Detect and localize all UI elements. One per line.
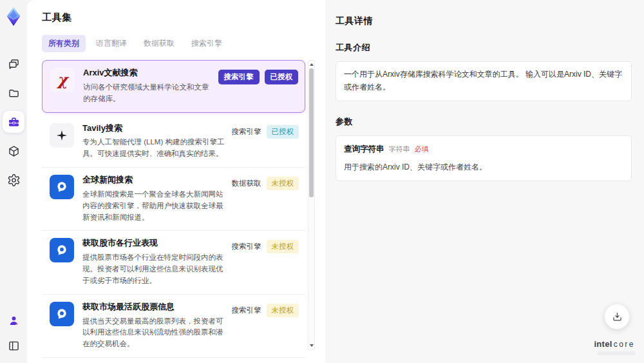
tool-auth-badge: 未授权 — [267, 240, 299, 253]
tool-category-tag: 搜索引擎 — [232, 242, 261, 251]
chat-icon — [7, 57, 21, 71]
tool-desc: 提供当天交易量最高的股票列表，投资者可以利用这些信息来识别流动性强的股票和潜在的… — [82, 316, 228, 350]
tool-category-tag: 数据获取 — [232, 179, 261, 188]
tool-auth-badge: 已授权 — [265, 70, 299, 84]
tavily-icon — [50, 123, 74, 148]
sidebar-item-toolbox[interactable] — [3, 111, 24, 133]
app-window: 工具集 所有类别语言翻译数据获取搜索引擎 χ Arxiv文献搜索 访问各个研究领… — [0, 0, 644, 363]
scroll-up-arrow[interactable] — [308, 61, 314, 68]
intro-heading: 工具介绍 — [336, 42, 632, 54]
tool-desc: 全球新闻搜索是一个聚合全球各大新闻网站内容的搜索引擎，帮助用户快速获取全球最新资… — [82, 189, 228, 223]
sidebar-item-panel-toggle[interactable] — [3, 335, 24, 357]
tool-auth-badge: 未授权 — [267, 304, 299, 317]
intro-box: 一个用于从Arxiv存储库搜索科学论文和文章的工具。 输入可以是Arxiv ID… — [336, 61, 632, 101]
scrollbar-thumb[interactable] — [309, 68, 314, 197]
tool-title: Arxiv文献搜索 — [83, 68, 214, 79]
sidebar-nav — [0, 53, 27, 191]
cube-icon — [7, 144, 21, 158]
tools-panel: 工具集 所有类别语言翻译数据获取搜索引擎 χ Arxiv文献搜索 访问各个研究领… — [27, 0, 325, 363]
param-desc: 用于搜索的Arxiv ID、关键字或作者姓名。 — [344, 161, 623, 174]
category-tabs: 所有类别语言翻译数据获取搜索引擎 — [42, 35, 325, 52]
sidebar — [0, 0, 27, 363]
tool-list-item[interactable]: 全球新闻搜索 全球新闻搜索是一个聚合全球各大新闻网站内容的搜索引擎，帮助用户快速… — [42, 168, 305, 231]
user-icon — [7, 314, 21, 328]
tool-desc: 提供股票市场各个行业在特定时间段内的表现。投资者可以利用这些信息来识别表现优于或… — [82, 252, 228, 286]
tool-auth-badge: 未授权 — [267, 177, 299, 190]
tool-title: 获取市场最活跃股票信息 — [82, 302, 228, 313]
tool-desc: 访问各个研究领域大量科学论文和文章的存储库。 — [83, 82, 214, 105]
folder-icon — [7, 86, 21, 100]
arxiv-icon: χ — [50, 68, 75, 92]
tool-category-tag: 搜索引擎 — [232, 127, 261, 137]
tool-list-item[interactable]: Tavily搜索 专为人工智能代理 (LLM) 构建的搜索引擎工具。可快速提供实… — [42, 116, 305, 168]
gear-icon — [7, 173, 21, 187]
tool-title: 全球新闻搜索 — [82, 175, 228, 186]
download-icon — [611, 311, 623, 323]
tool-list-item[interactable]: 获取市场最活跃股票信息 提供当天交易量最高的股票列表，投资者可以利用这些信息来识… — [42, 295, 305, 358]
param-name: 查询字符串 — [344, 142, 384, 156]
tool-auth-badge: 已授权 — [267, 125, 299, 139]
detail-title: 工具详情 — [336, 15, 632, 27]
sidebar-item-chat[interactable] — [3, 53, 24, 75]
tool-title: 获取股市各行业表现 — [82, 238, 228, 249]
tool-title: Tavily搜索 — [82, 123, 228, 134]
tool-list: χ Arxiv文献搜索 访问各个研究领域大量科学论文和文章的存储库。 搜索引擎 … — [42, 60, 305, 363]
tool-list-item[interactable]: 获取股市各行业表现 提供股票市场各个行业在特定时间段内的表现。投资者可以利用这些… — [42, 231, 305, 294]
tab-data-fetch[interactable]: 数据获取 — [137, 35, 181, 52]
param-required-badge: 必填 — [415, 143, 429, 155]
sidebar-item-settings[interactable] — [3, 169, 24, 191]
panel-icon — [7, 339, 21, 353]
params-heading: 参数 — [336, 116, 632, 128]
sidebar-bottom — [0, 309, 27, 357]
intro-text: 一个用于从Arxiv存储库搜索科学论文和文章的工具。 输入可以是Arxiv ID… — [344, 70, 622, 92]
scroll-down-arrow[interactable] — [308, 342, 314, 349]
brand-badge — [598, 351, 635, 355]
sidebar-item-user[interactable] — [3, 309, 24, 331]
brand-core: core — [614, 340, 635, 349]
tab-all-categories[interactable]: 所有类别 — [42, 35, 86, 52]
tab-language-translation[interactable]: 语言翻译 — [90, 35, 133, 52]
tool-list-item[interactable]: 万维地区新闻查询 查询具体行政区划内的新闻，快速了解各地新闻动态。 搜索引擎 未… — [42, 358, 305, 363]
page-title: 工具集 — [42, 12, 325, 24]
tool-list-item[interactable]: χ Arxiv文献搜索 访问各个研究领域大量科学论文和文章的存储库。 搜索引擎 … — [42, 60, 305, 113]
tool-category-tag: 搜索引擎 — [218, 70, 260, 84]
list-scrollbar[interactable] — [308, 60, 315, 350]
tool-list-viewport: χ Arxiv文献搜索 访问各个研究领域大量科学论文和文章的存储库。 搜索引擎 … — [42, 60, 315, 363]
news-icon — [50, 175, 74, 199]
sidebar-item-plugins[interactable] — [3, 140, 24, 162]
param-box: 查询字符串 字符串 必填 用于搜索的Arxiv ID、关键字或作者姓名。 — [336, 135, 632, 181]
download-button[interactable] — [604, 304, 630, 329]
app-logo-icon — [2, 5, 25, 28]
param-type: 字符串 — [389, 143, 410, 155]
toolbox-icon — [7, 115, 21, 129]
intel-core-logo: intelcore — [594, 338, 635, 355]
tab-search-engine[interactable]: 搜索引擎 — [185, 35, 229, 52]
tool-category-tag: 搜索引擎 — [232, 306, 261, 315]
news-icon — [50, 238, 74, 262]
tool-desc: 专为人工智能代理 (LLM) 构建的搜索引擎工具。可快速提供实时、准确和真实的结… — [82, 137, 228, 160]
sidebar-item-files[interactable] — [3, 82, 24, 104]
brand-intel: intel — [594, 339, 612, 349]
detail-panel: 工具详情 工具介绍 一个用于从Arxiv存储库搜索科学论文和文章的工具。 输入可… — [325, 0, 644, 363]
news-icon — [50, 302, 74, 326]
param-header: 查询字符串 字符串 必填 — [344, 142, 623, 156]
